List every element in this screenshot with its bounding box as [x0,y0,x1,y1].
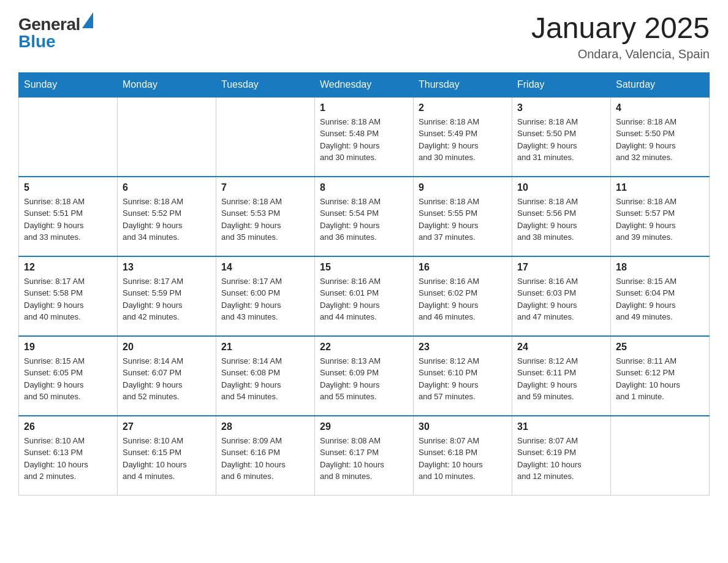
day-number: 5 [24,182,112,193]
day-info: Sunrise: 8:18 AM Sunset: 5:56 PM Dayligh… [517,196,605,243]
svg-marker-0 [82,12,93,28]
calendar-cell: 8Sunrise: 8:18 AM Sunset: 5:54 PM Daylig… [315,177,414,256]
col-header-sunday: Sunday [19,72,118,97]
day-info: Sunrise: 8:17 AM Sunset: 5:59 PM Dayligh… [123,275,211,323]
col-header-monday: Monday [118,72,216,97]
day-number: 2 [419,102,507,113]
calendar-cell: 20Sunrise: 8:14 AM Sunset: 6:07 PM Dayli… [118,336,216,416]
calendar-cell: 10Sunrise: 8:18 AM Sunset: 5:56 PM Dayli… [512,177,611,256]
calendar-title: January 2025 [531,12,710,45]
day-info: Sunrise: 8:18 AM Sunset: 5:52 PM Dayligh… [123,196,211,243]
calendar-cell: 11Sunrise: 8:18 AM Sunset: 5:57 PM Dayli… [611,177,710,256]
day-info: Sunrise: 8:12 AM Sunset: 6:11 PM Dayligh… [517,355,605,403]
day-number: 23 [419,342,507,353]
calendar-cell: 2Sunrise: 8:18 AM Sunset: 5:49 PM Daylig… [414,97,512,177]
day-number: 25 [616,342,704,353]
calendar-cell: 16Sunrise: 8:16 AM Sunset: 6:02 PM Dayli… [414,256,512,336]
day-number: 20 [123,342,211,353]
day-info: Sunrise: 8:14 AM Sunset: 6:08 PM Dayligh… [221,355,309,403]
day-number: 17 [517,262,605,273]
logo-blue-text: Blue [18,33,93,50]
day-info: Sunrise: 8:10 AM Sunset: 6:13 PM Dayligh… [24,435,112,483]
calendar-cell: 23Sunrise: 8:12 AM Sunset: 6:10 PM Dayli… [414,336,512,416]
col-header-friday: Friday [512,72,611,97]
calendar-week-row: 1Sunrise: 8:18 AM Sunset: 5:48 PM Daylig… [19,97,710,177]
calendar-cell: 19Sunrise: 8:15 AM Sunset: 6:05 PM Dayli… [19,336,118,416]
calendar-cell: 25Sunrise: 8:11 AM Sunset: 6:12 PM Dayli… [611,336,710,416]
calendar-header-row: SundayMondayTuesdayWednesdayThursdayFrid… [19,72,710,97]
day-info: Sunrise: 8:15 AM Sunset: 6:04 PM Dayligh… [616,275,704,323]
calendar-subtitle: Ondara, Valencia, Spain [531,47,710,61]
day-info: Sunrise: 8:10 AM Sunset: 6:15 PM Dayligh… [123,435,211,483]
day-info: Sunrise: 8:18 AM Sunset: 5:53 PM Dayligh… [221,196,309,243]
day-number: 4 [616,102,704,113]
calendar-cell: 18Sunrise: 8:15 AM Sunset: 6:04 PM Dayli… [611,256,710,336]
day-number: 11 [616,182,704,193]
day-number: 24 [517,342,605,353]
calendar-cell: 30Sunrise: 8:07 AM Sunset: 6:18 PM Dayli… [414,416,512,496]
day-number: 12 [24,262,112,273]
col-header-wednesday: Wednesday [315,72,414,97]
calendar-week-row: 5Sunrise: 8:18 AM Sunset: 5:51 PM Daylig… [19,177,710,256]
day-info: Sunrise: 8:09 AM Sunset: 6:16 PM Dayligh… [221,435,309,483]
day-number: 22 [320,342,408,353]
calendar-cell: 14Sunrise: 8:17 AM Sunset: 6:00 PM Dayli… [216,256,315,336]
day-number: 9 [419,182,507,193]
day-info: Sunrise: 8:14 AM Sunset: 6:07 PM Dayligh… [123,355,211,403]
calendar-cell: 22Sunrise: 8:13 AM Sunset: 6:09 PM Dayli… [315,336,414,416]
day-info: Sunrise: 8:17 AM Sunset: 5:58 PM Dayligh… [24,275,112,323]
calendar-cell [611,416,710,496]
day-info: Sunrise: 8:07 AM Sunset: 6:19 PM Dayligh… [517,435,605,483]
day-info: Sunrise: 8:16 AM Sunset: 6:02 PM Dayligh… [419,275,507,323]
calendar-table: SundayMondayTuesdayWednesdayThursdayFrid… [18,72,710,496]
header: General Blue January 2025 Ondara, Valenc… [18,12,710,61]
day-number: 19 [24,342,112,353]
title-area: January 2025 Ondara, Valencia, Spain [531,12,710,61]
day-info: Sunrise: 8:15 AM Sunset: 6:05 PM Dayligh… [24,355,112,403]
day-number: 8 [320,182,408,193]
calendar-cell: 9Sunrise: 8:18 AM Sunset: 5:55 PM Daylig… [414,177,512,256]
day-info: Sunrise: 8:12 AM Sunset: 6:10 PM Dayligh… [419,355,507,403]
day-info: Sunrise: 8:18 AM Sunset: 5:55 PM Dayligh… [419,196,507,243]
calendar-cell: 13Sunrise: 8:17 AM Sunset: 5:59 PM Dayli… [118,256,216,336]
day-number: 15 [320,262,408,273]
day-number: 31 [517,421,605,432]
calendar-cell: 26Sunrise: 8:10 AM Sunset: 6:13 PM Dayli… [19,416,118,496]
calendar-week-row: 12Sunrise: 8:17 AM Sunset: 5:58 PM Dayli… [19,256,710,336]
day-info: Sunrise: 8:16 AM Sunset: 6:01 PM Dayligh… [320,275,408,323]
calendar-cell: 5Sunrise: 8:18 AM Sunset: 5:51 PM Daylig… [19,177,118,256]
day-info: Sunrise: 8:08 AM Sunset: 6:17 PM Dayligh… [320,435,408,483]
calendar-cell: 3Sunrise: 8:18 AM Sunset: 5:50 PM Daylig… [512,97,611,177]
day-info: Sunrise: 8:16 AM Sunset: 6:03 PM Dayligh… [517,275,605,323]
calendar-cell: 28Sunrise: 8:09 AM Sunset: 6:16 PM Dayli… [216,416,315,496]
calendar-week-row: 19Sunrise: 8:15 AM Sunset: 6:05 PM Dayli… [19,336,710,416]
day-number: 1 [320,102,408,113]
day-info: Sunrise: 8:13 AM Sunset: 6:09 PM Dayligh… [320,355,408,403]
col-header-saturday: Saturday [611,72,710,97]
calendar-cell: 7Sunrise: 8:18 AM Sunset: 5:53 PM Daylig… [216,177,315,256]
day-info: Sunrise: 8:11 AM Sunset: 6:12 PM Dayligh… [616,355,704,403]
day-number: 26 [24,421,112,432]
day-number: 6 [123,182,211,193]
day-info: Sunrise: 8:18 AM Sunset: 5:49 PM Dayligh… [419,116,507,164]
calendar-cell: 4Sunrise: 8:18 AM Sunset: 5:50 PM Daylig… [611,97,710,177]
day-info: Sunrise: 8:18 AM Sunset: 5:54 PM Dayligh… [320,196,408,243]
day-number: 10 [517,182,605,193]
day-info: Sunrise: 8:17 AM Sunset: 6:00 PM Dayligh… [221,275,309,323]
logo: General Blue [18,12,93,50]
day-info: Sunrise: 8:18 AM Sunset: 5:51 PM Dayligh… [24,196,112,243]
day-number: 29 [320,421,408,432]
calendar-cell: 17Sunrise: 8:16 AM Sunset: 6:03 PM Dayli… [512,256,611,336]
calendar-cell: 27Sunrise: 8:10 AM Sunset: 6:15 PM Dayli… [118,416,216,496]
calendar-cell: 1Sunrise: 8:18 AM Sunset: 5:48 PM Daylig… [315,97,414,177]
day-number: 28 [221,421,309,432]
day-number: 7 [221,182,309,193]
calendar-cell: 6Sunrise: 8:18 AM Sunset: 5:52 PM Daylig… [118,177,216,256]
day-info: Sunrise: 8:07 AM Sunset: 6:18 PM Dayligh… [419,435,507,483]
col-header-tuesday: Tuesday [216,72,315,97]
calendar-cell [19,97,118,177]
day-info: Sunrise: 8:18 AM Sunset: 5:50 PM Dayligh… [517,116,605,164]
day-number: 27 [123,421,211,432]
day-number: 18 [616,262,704,273]
logo-triangle-icon [82,12,93,30]
